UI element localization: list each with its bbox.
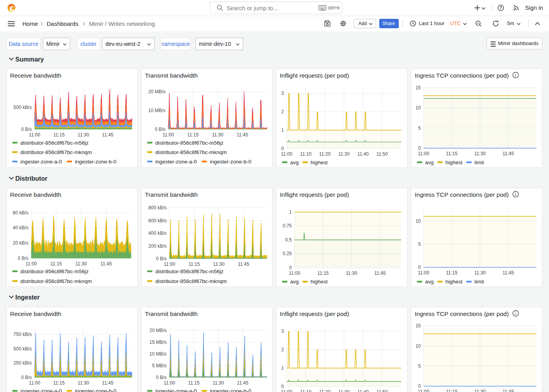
svg-text:avg: avg — [425, 160, 434, 165]
svg-text:0: 0 — [418, 145, 421, 151]
svg-text:5: 5 — [418, 241, 421, 247]
svg-text:750 kB/s: 750 kB/s — [13, 332, 32, 337]
svg-text:0: 0 — [289, 265, 292, 270]
svg-text:11:45: 11:45 — [502, 389, 514, 392]
svg-text:ingester-zone-b-0: ingester-zone-b-0 — [210, 159, 251, 165]
svg-text:Ingress TCP connections (per p: Ingress TCP connections (per pod) — [415, 310, 509, 317]
svg-text:ingester-zone-b-0: ingester-zone-b-0 — [75, 388, 116, 392]
svg-text:highest: highest — [445, 160, 463, 165]
svg-text:11:30: 11:30 — [75, 261, 87, 267]
svg-text:11:30: 11:30 — [474, 389, 485, 392]
svg-text:Inflight requests (per pod): Inflight requests (per pod) — [280, 191, 349, 198]
svg-text:60 kB/s: 60 kB/s — [13, 210, 28, 216]
svg-text:11:45: 11:45 — [236, 132, 248, 138]
svg-text:0 B/s: 0 B/s — [21, 375, 32, 380]
svg-text:11:15: 11:15 — [446, 270, 457, 276]
svg-text:400 kB/s: 400 kB/s — [148, 230, 167, 236]
svg-text:ingester-zone-a-0: ingester-zone-a-0 — [155, 159, 197, 165]
svg-text:distributor-856c8f67bc-m56jz: distributor-856c8f67bc-m56jz — [20, 269, 89, 274]
svg-text:Transmit bandwidth: Transmit bandwidth — [145, 310, 198, 317]
svg-text:11:15: 11:15 — [187, 132, 198, 138]
svg-text:11:15: 11:15 — [188, 261, 200, 267]
svg-text:20 MB/s: 20 MB/s — [148, 89, 165, 94]
svg-text:200 kB/s: 200 kB/s — [148, 243, 167, 249]
svg-text:11:00: 11:00 — [25, 261, 37, 267]
svg-text:0: 0 — [418, 265, 421, 270]
svg-text:distributor-856c8f67bc-m56jz: distributor-856c8f67bc-m56jz — [20, 140, 89, 146]
svg-text:40 kB/s: 40 kB/s — [13, 225, 28, 230]
svg-text:distributor-856c8f67bc-mknqm: distributor-856c8f67bc-mknqm — [20, 278, 92, 284]
svg-text:11:00: 11:00 — [162, 132, 174, 138]
svg-text:Ingress TCP connections (per p: Ingress TCP connections (per pod) — [415, 191, 509, 198]
svg-text:0 B/s: 0 B/s — [156, 375, 167, 380]
svg-text:Receive bandwidth: Receive bandwidth — [10, 72, 62, 79]
svg-text:11:15: 11:15 — [51, 261, 62, 267]
svg-text:limit: limit — [474, 160, 484, 165]
svg-text:0.75: 0.75 — [283, 223, 292, 229]
svg-text:11:20: 11:20 — [319, 389, 331, 392]
svg-text:11:30: 11:30 — [213, 380, 224, 386]
svg-text:11:45: 11:45 — [238, 261, 249, 267]
svg-text:ingester-zone-a-0: ingester-zone-a-0 — [20, 159, 62, 165]
svg-text:5: 5 — [418, 363, 421, 369]
svg-text:avg: avg — [290, 160, 299, 165]
svg-text:Inflight requests (per pod): Inflight requests (per pod) — [280, 72, 349, 79]
svg-text:11:45: 11:45 — [502, 151, 514, 156]
svg-text:11:30: 11:30 — [338, 151, 349, 157]
svg-text:1: 1 — [289, 209, 292, 215]
svg-text:Inflight requests (per pod): Inflight requests (per pod) — [280, 310, 349, 317]
svg-text:20 kB/s: 20 kB/s — [13, 240, 28, 246]
svg-text:11:30: 11:30 — [212, 132, 223, 138]
svg-text:500 kB/s: 500 kB/s — [13, 346, 32, 352]
svg-text:0.25: 0.25 — [283, 251, 292, 256]
svg-text:ingester-zone-b-0: ingester-zone-b-0 — [210, 388, 251, 392]
svg-text:11:40: 11:40 — [357, 151, 369, 157]
svg-text:11:45: 11:45 — [100, 261, 112, 267]
svg-text:distributor-856c8f67bc-mknqm: distributor-856c8f67bc-mknqm — [20, 149, 92, 155]
svg-text:11:15: 11:15 — [446, 389, 457, 392]
svg-text:Transmit bandwidth: Transmit bandwidth — [145, 191, 198, 198]
svg-text:11:00: 11:00 — [418, 389, 429, 392]
svg-text:limit: limit — [474, 279, 484, 285]
svg-text:20 MB/s: 20 MB/s — [149, 328, 167, 333]
svg-text:0 B/s: 0 B/s — [155, 127, 165, 132]
svg-text:2: 2 — [281, 109, 284, 114]
svg-text:11:00: 11:00 — [29, 132, 40, 138]
svg-text:0 B/s: 0 B/s — [21, 127, 32, 132]
svg-text:11:45: 11:45 — [502, 270, 514, 276]
svg-text:0: 0 — [281, 384, 284, 389]
svg-text:Transmit bandwidth: Transmit bandwidth — [145, 72, 198, 79]
svg-text:0 B/s: 0 B/s — [18, 256, 28, 261]
svg-text:600 kB/s: 600 kB/s — [148, 218, 167, 223]
svg-text:Summary: Summary — [15, 56, 44, 63]
svg-text:11:10: 11:10 — [300, 389, 311, 392]
svg-text:11:30: 11:30 — [78, 380, 89, 386]
svg-text:15: 15 — [416, 323, 421, 328]
svg-text:11:30: 11:30 — [78, 132, 89, 138]
svg-text:3: 3 — [281, 328, 284, 334]
svg-text:15 MB/s: 15 MB/s — [149, 339, 167, 345]
svg-text:11:40: 11:40 — [357, 389, 369, 392]
svg-text:11:20: 11:20 — [319, 151, 331, 157]
svg-text:distributor-856c8f67bc-m56jz: distributor-856c8f67bc-m56jz — [155, 269, 224, 274]
svg-text:3: 3 — [281, 91, 284, 96]
svg-text:highest: highest — [445, 279, 463, 285]
svg-text:250 kB/s: 250 kB/s — [13, 360, 32, 366]
svg-text:ingester-zone-b-0: ingester-zone-b-0 — [75, 159, 116, 165]
svg-text:10: 10 — [416, 105, 421, 111]
svg-text:0: 0 — [418, 383, 421, 389]
svg-text:11:15: 11:15 — [53, 380, 65, 386]
svg-text:11:15: 11:15 — [188, 380, 200, 386]
svg-text:11:30: 11:30 — [213, 261, 224, 267]
svg-text:avg: avg — [425, 279, 434, 285]
svg-text:0: 0 — [281, 146, 284, 151]
svg-text:10: 10 — [416, 343, 421, 349]
svg-text:1: 1 — [281, 365, 284, 371]
svg-text:11:00: 11:00 — [281, 389, 292, 392]
svg-text:0.5: 0.5 — [285, 237, 292, 243]
svg-text:11:00: 11:00 — [418, 151, 429, 156]
svg-text:avg: avg — [290, 279, 299, 285]
svg-text:15: 15 — [416, 85, 421, 91]
svg-text:11:30: 11:30 — [338, 389, 349, 392]
svg-text:10 MB/s: 10 MB/s — [149, 351, 167, 357]
